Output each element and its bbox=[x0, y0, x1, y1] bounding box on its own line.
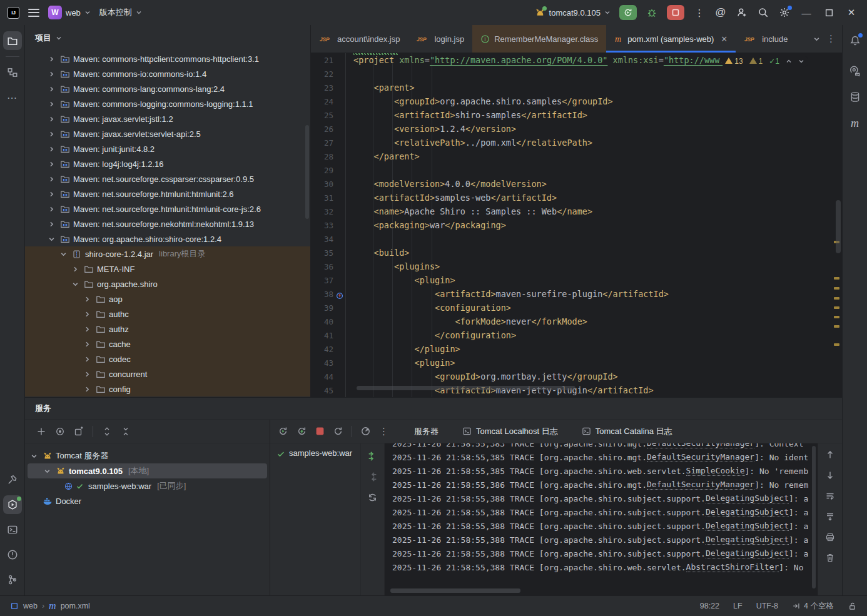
rerun-button[interactable] bbox=[619, 5, 637, 20]
chevron-right-icon[interactable] bbox=[82, 294, 92, 304]
console-log[interactable]: 2025-11-26 21:58:55,383 TRACE [org.apach… bbox=[385, 443, 818, 596]
notifications-bell-icon[interactable] bbox=[846, 31, 864, 50]
tree-row[interactable]: Maven: net.sourceforge.htmlunit:htmlunit… bbox=[25, 201, 310, 216]
warning-stripe-mark[interactable] bbox=[834, 287, 839, 290]
tree-row[interactable]: authz bbox=[25, 321, 310, 336]
more-toolwindows-button[interactable]: ⋯ bbox=[3, 88, 22, 107]
tab-list-dropdown-icon[interactable] bbox=[813, 36, 820, 43]
chevron-right-icon[interactable] bbox=[46, 204, 56, 214]
redeploy-button[interactable] bbox=[367, 492, 378, 503]
tree-row[interactable]: cache bbox=[25, 336, 310, 351]
tree-row[interactable]: Maven: commons-io:commons-io:1.4 bbox=[25, 66, 310, 81]
chevron-right-icon[interactable] bbox=[82, 309, 92, 319]
editor-tab[interactable]: mpom.xml (samples-web)✕ bbox=[606, 25, 736, 53]
rerun-server-button[interactable] bbox=[278, 426, 288, 437]
search-everywhere-icon[interactable] bbox=[757, 6, 769, 19]
log-class-link[interactable]: DelegatingSubject bbox=[706, 493, 789, 503]
chevron-right-icon[interactable] bbox=[46, 189, 56, 199]
collapse-all-button[interactable] bbox=[121, 427, 131, 437]
log-class-link[interactable]: DelegatingSubject bbox=[706, 548, 789, 558]
more-actions-button[interactable]: ⋮ bbox=[693, 6, 706, 19]
minimize-button[interactable]: — bbox=[799, 8, 813, 18]
chevron-right-icon[interactable] bbox=[46, 144, 56, 154]
editor-tab[interactable]: IRememberMeManager.class bbox=[472, 25, 606, 53]
encoding-widget[interactable]: UTF-8 bbox=[756, 602, 778, 610]
chevron-right-icon[interactable] bbox=[82, 354, 92, 364]
vcs-widget[interactable]: 版本控制 bbox=[99, 7, 142, 18]
scroll-up-button[interactable] bbox=[825, 450, 835, 460]
chevron-down-icon[interactable] bbox=[29, 451, 39, 461]
chevron-right-icon[interactable] bbox=[46, 84, 56, 94]
tree-row[interactable]: config bbox=[25, 381, 310, 396]
console-more-options-button[interactable]: ⋮ bbox=[379, 426, 388, 437]
warning-stripe-mark[interactable] bbox=[834, 316, 839, 318]
tree-row[interactable]: samples-web:war[已同步] bbox=[25, 478, 270, 493]
editor-horizontal-scrollbar[interactable] bbox=[357, 386, 575, 390]
log-class-link[interactable]: DefaultSecurityManager bbox=[647, 480, 754, 490]
tree-row[interactable]: META-INF bbox=[25, 261, 310, 276]
stop-button[interactable] bbox=[667, 5, 684, 20]
warning-stripe-mark[interactable] bbox=[834, 325, 839, 328]
tree-row[interactable]: Maven: commons-logging:commons-logging:1… bbox=[25, 96, 310, 111]
breadcrumb-file[interactable]: pom.xml bbox=[61, 602, 90, 610]
chevron-right-icon[interactable] bbox=[46, 99, 56, 109]
log-class-link[interactable]: DefaultSecurityManager bbox=[647, 443, 754, 448]
soft-wrap-button[interactable] bbox=[825, 491, 835, 501]
chevron-right-icon[interactable] bbox=[82, 324, 92, 334]
warning-stripe-mark[interactable] bbox=[834, 343, 839, 346]
deployment-status-button[interactable] bbox=[360, 426, 371, 437]
tree-row[interactable]: codec bbox=[25, 351, 310, 366]
debug-button[interactable] bbox=[646, 6, 658, 19]
project-widget[interactable]: W web bbox=[48, 6, 91, 19]
tab-close-icon[interactable]: ✕ bbox=[721, 34, 728, 44]
log-horizontal-scrollbar[interactable] bbox=[390, 588, 520, 593]
inspections-widget[interactable]: 13 1 ✓1 bbox=[721, 56, 808, 67]
breadcrumb-module[interactable]: web bbox=[23, 602, 38, 610]
settings-icon[interactable] bbox=[778, 6, 791, 19]
scroll-to-end-button[interactable] bbox=[825, 512, 835, 522]
tree-row[interactable]: Maven: junit:junit:4.8.2 bbox=[25, 141, 310, 156]
tree-row[interactable]: shiro-core-1.2.4.jarlibrary根目录 bbox=[25, 246, 310, 261]
chevron-down-icon[interactable] bbox=[46, 234, 56, 244]
maximize-button[interactable] bbox=[822, 9, 836, 17]
services-toolwindow-button[interactable] bbox=[3, 495, 22, 514]
undeploy-button[interactable] bbox=[367, 472, 378, 482]
log-vertical-scrollbar[interactable] bbox=[812, 446, 816, 588]
deploy-button[interactable] bbox=[367, 451, 378, 462]
structure-toolwindow-button[interactable] bbox=[3, 63, 22, 82]
log-class-link[interactable]: AbstractShiroFilter bbox=[686, 562, 779, 572]
tree-row[interactable]: Tomcat 服务器 bbox=[25, 448, 270, 463]
deployed-app-name[interactable]: samples-web:war bbox=[289, 448, 352, 458]
tree-row[interactable]: tomcat9.0.105[本地] bbox=[28, 463, 267, 478]
override-gutter-icon[interactable] bbox=[335, 291, 345, 301]
project-scrollbar[interactable] bbox=[305, 125, 309, 219]
chevron-down-icon[interactable] bbox=[70, 279, 80, 289]
tab-options-icon[interactable]: ⋮ bbox=[826, 33, 836, 44]
chevron-right-icon[interactable] bbox=[46, 219, 56, 229]
chevron-right-icon[interactable] bbox=[46, 129, 56, 139]
tree-row[interactable]: authc bbox=[25, 306, 310, 321]
clear-console-button[interactable] bbox=[825, 553, 835, 563]
git-toolwindow-button[interactable] bbox=[3, 570, 22, 589]
tree-row[interactable]: Maven: net.sourceforge.nekohtml:nekohtml… bbox=[25, 216, 310, 231]
chevron-right-icon[interactable] bbox=[82, 384, 92, 394]
stop-server-button[interactable] bbox=[315, 427, 325, 436]
problems-toolwindow-button[interactable] bbox=[3, 545, 22, 564]
close-button[interactable]: ✕ bbox=[844, 7, 858, 18]
open-in-new-tab-button[interactable] bbox=[74, 427, 84, 437]
console-tab[interactable]: Tomcat Catalina 日志 bbox=[578, 426, 676, 437]
tree-row[interactable]: Docker bbox=[25, 493, 270, 508]
tree-row[interactable]: Maven: net.sourceforge.cssparser:csspars… bbox=[25, 171, 310, 186]
refresh-button[interactable] bbox=[333, 426, 343, 437]
editor-tab[interactable]: JSPlogin.jsp bbox=[408, 25, 472, 53]
maven-toolwindow-icon[interactable]: m bbox=[846, 114, 864, 133]
show-services-button[interactable] bbox=[55, 427, 65, 437]
ai-assistant-icon[interactable] bbox=[846, 61, 864, 80]
log-class-link[interactable]: DelegatingSubject bbox=[706, 507, 789, 517]
scroll-down-button[interactable] bbox=[825, 470, 835, 480]
indent-widget[interactable]: 4 个空格 bbox=[792, 601, 834, 612]
chevron-right-icon[interactable] bbox=[46, 114, 56, 124]
line-separator-widget[interactable]: LF bbox=[733, 602, 743, 610]
update-application-button[interactable] bbox=[297, 426, 307, 437]
lock-open-icon[interactable] bbox=[848, 602, 857, 611]
